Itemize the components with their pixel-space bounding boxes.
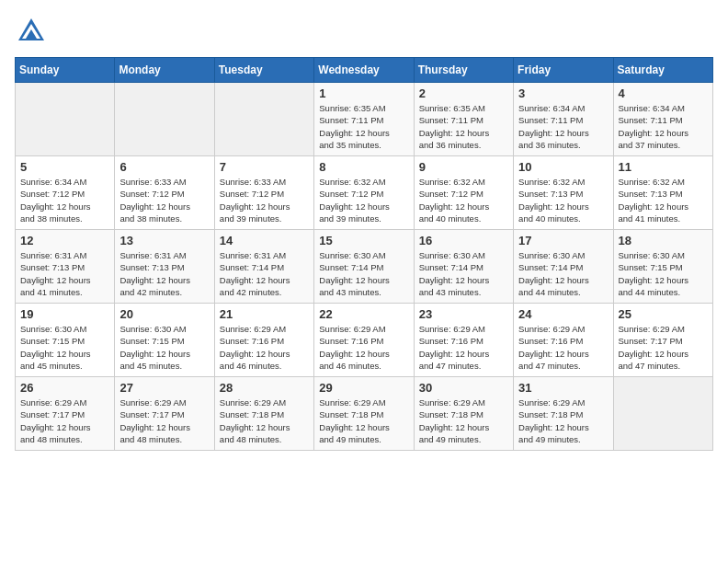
- week-row-4: 19Sunrise: 6:30 AM Sunset: 7:15 PM Dayli…: [16, 304, 713, 377]
- calendar-header-row: SundayMondayTuesdayWednesdayThursdayFrid…: [16, 58, 713, 83]
- day-info: Sunrise: 6:30 AM Sunset: 7:15 PM Dayligh…: [119, 323, 209, 372]
- calendar-cell: 14Sunrise: 6:31 AM Sunset: 7:14 PM Dayli…: [214, 230, 313, 304]
- calendar-cell: 23Sunrise: 6:29 AM Sunset: 7:16 PM Dayli…: [414, 304, 513, 377]
- calendar-cell: [613, 377, 712, 451]
- logo-icon: [15, 15, 48, 48]
- day-number: 20: [119, 307, 209, 321]
- day-info: Sunrise: 6:30 AM Sunset: 7:15 PM Dayligh…: [20, 323, 109, 372]
- calendar-cell: 5Sunrise: 6:34 AM Sunset: 7:12 PM Daylig…: [16, 156, 115, 230]
- day-info: Sunrise: 6:29 AM Sunset: 7:16 PM Dayligh…: [220, 323, 309, 372]
- calendar-cell: 4Sunrise: 6:34 AM Sunset: 7:11 PM Daylig…: [613, 83, 712, 156]
- day-number: 3: [518, 86, 608, 100]
- day-number: 10: [518, 160, 608, 174]
- column-header-wednesday: Wednesday: [314, 58, 414, 83]
- calendar-cell: 26Sunrise: 6:29 AM Sunset: 7:17 PM Dayli…: [16, 377, 115, 451]
- calendar-cell: 21Sunrise: 6:29 AM Sunset: 7:16 PM Dayli…: [214, 304, 313, 377]
- day-number: 19: [20, 307, 109, 321]
- day-info: Sunrise: 6:29 AM Sunset: 7:16 PM Dayligh…: [319, 323, 408, 372]
- week-row-2: 5Sunrise: 6:34 AM Sunset: 7:12 PM Daylig…: [16, 156, 713, 230]
- calendar-cell: 24Sunrise: 6:29 AM Sunset: 7:16 PM Dayli…: [514, 304, 613, 377]
- day-info: Sunrise: 6:32 AM Sunset: 7:13 PM Dayligh…: [619, 176, 708, 224]
- column-header-saturday: Saturday: [613, 58, 712, 83]
- day-number: 23: [419, 307, 508, 321]
- day-number: 12: [20, 234, 109, 247]
- day-number: 5: [20, 160, 109, 174]
- calendar-cell: 16Sunrise: 6:30 AM Sunset: 7:14 PM Dayli…: [414, 230, 513, 304]
- day-number: 25: [619, 307, 708, 321]
- day-info: Sunrise: 6:29 AM Sunset: 7:17 PM Dayligh…: [619, 323, 708, 372]
- day-info: Sunrise: 6:35 AM Sunset: 7:11 PM Dayligh…: [419, 102, 508, 151]
- day-number: 22: [319, 307, 408, 321]
- calendar-cell: [214, 83, 313, 156]
- calendar-table: SundayMondayTuesdayWednesdayThursdayFrid…: [15, 57, 713, 451]
- day-info: Sunrise: 6:29 AM Sunset: 7:17 PM Dayligh…: [20, 396, 109, 445]
- calendar-cell: 7Sunrise: 6:33 AM Sunset: 7:12 PM Daylig…: [214, 156, 313, 230]
- day-info: Sunrise: 6:29 AM Sunset: 7:17 PM Dayligh…: [119, 396, 209, 445]
- day-number: 6: [119, 160, 209, 174]
- column-header-sunday: Sunday: [16, 58, 115, 83]
- page-header: [15, 15, 713, 48]
- day-info: Sunrise: 6:29 AM Sunset: 7:18 PM Dayligh…: [220, 396, 309, 445]
- day-number: 15: [319, 234, 408, 247]
- day-number: 29: [319, 381, 408, 395]
- day-info: Sunrise: 6:33 AM Sunset: 7:12 PM Dayligh…: [220, 176, 309, 224]
- day-info: Sunrise: 6:29 AM Sunset: 7:18 PM Dayligh…: [319, 396, 408, 445]
- calendar-cell: 6Sunrise: 6:33 AM Sunset: 7:12 PM Daylig…: [115, 156, 214, 230]
- day-info: Sunrise: 6:33 AM Sunset: 7:12 PM Dayligh…: [119, 176, 209, 224]
- day-info: Sunrise: 6:30 AM Sunset: 7:14 PM Dayligh…: [518, 249, 608, 298]
- day-info: Sunrise: 6:29 AM Sunset: 7:18 PM Dayligh…: [518, 396, 608, 445]
- day-number: 17: [518, 234, 608, 247]
- column-header-tuesday: Tuesday: [214, 58, 313, 83]
- day-info: Sunrise: 6:29 AM Sunset: 7:18 PM Dayligh…: [419, 396, 508, 445]
- day-info: Sunrise: 6:29 AM Sunset: 7:16 PM Dayligh…: [419, 323, 508, 372]
- day-number: 14: [220, 234, 309, 247]
- week-row-3: 12Sunrise: 6:31 AM Sunset: 7:13 PM Dayli…: [16, 230, 713, 304]
- day-info: Sunrise: 6:32 AM Sunset: 7:13 PM Dayligh…: [518, 176, 608, 224]
- calendar-cell: 28Sunrise: 6:29 AM Sunset: 7:18 PM Dayli…: [214, 377, 313, 451]
- day-info: Sunrise: 6:35 AM Sunset: 7:11 PM Dayligh…: [319, 102, 408, 151]
- calendar-cell: 29Sunrise: 6:29 AM Sunset: 7:18 PM Dayli…: [314, 377, 414, 451]
- day-number: 8: [319, 160, 408, 174]
- day-info: Sunrise: 6:34 AM Sunset: 7:11 PM Dayligh…: [518, 102, 608, 151]
- day-number: 2: [419, 86, 508, 100]
- day-info: Sunrise: 6:34 AM Sunset: 7:11 PM Dayligh…: [619, 102, 708, 151]
- column-header-thursday: Thursday: [414, 58, 513, 83]
- day-number: 26: [20, 381, 109, 395]
- calendar-cell: 31Sunrise: 6:29 AM Sunset: 7:18 PM Dayli…: [514, 377, 613, 451]
- calendar-cell: 1Sunrise: 6:35 AM Sunset: 7:11 PM Daylig…: [314, 83, 414, 156]
- calendar-cell: [16, 83, 115, 156]
- column-header-monday: Monday: [115, 58, 214, 83]
- day-number: 21: [220, 307, 309, 321]
- calendar-cell: 8Sunrise: 6:32 AM Sunset: 7:12 PM Daylig…: [314, 156, 414, 230]
- calendar-cell: 3Sunrise: 6:34 AM Sunset: 7:11 PM Daylig…: [514, 83, 613, 156]
- calendar-cell: 20Sunrise: 6:30 AM Sunset: 7:15 PM Dayli…: [115, 304, 214, 377]
- day-number: 28: [220, 381, 309, 395]
- day-number: 4: [619, 86, 708, 100]
- week-row-1: 1Sunrise: 6:35 AM Sunset: 7:11 PM Daylig…: [16, 83, 713, 156]
- day-info: Sunrise: 6:30 AM Sunset: 7:14 PM Dayligh…: [319, 249, 408, 298]
- calendar-cell: 10Sunrise: 6:32 AM Sunset: 7:13 PM Dayli…: [514, 156, 613, 230]
- calendar-cell: 15Sunrise: 6:30 AM Sunset: 7:14 PM Dayli…: [314, 230, 414, 304]
- day-info: Sunrise: 6:32 AM Sunset: 7:12 PM Dayligh…: [419, 176, 508, 224]
- logo: [15, 15, 51, 48]
- column-header-friday: Friday: [514, 58, 613, 83]
- day-number: 31: [518, 381, 608, 395]
- day-info: Sunrise: 6:31 AM Sunset: 7:13 PM Dayligh…: [20, 249, 109, 298]
- calendar-cell: 30Sunrise: 6:29 AM Sunset: 7:18 PM Dayli…: [414, 377, 513, 451]
- day-info: Sunrise: 6:29 AM Sunset: 7:16 PM Dayligh…: [518, 323, 608, 372]
- day-number: 18: [619, 234, 708, 247]
- calendar-cell: 25Sunrise: 6:29 AM Sunset: 7:17 PM Dayli…: [613, 304, 712, 377]
- day-number: 13: [119, 234, 209, 247]
- calendar-cell: 22Sunrise: 6:29 AM Sunset: 7:16 PM Dayli…: [314, 304, 414, 377]
- day-info: Sunrise: 6:30 AM Sunset: 7:14 PM Dayligh…: [419, 249, 508, 298]
- calendar-cell: 11Sunrise: 6:32 AM Sunset: 7:13 PM Dayli…: [613, 156, 712, 230]
- day-number: 11: [619, 160, 708, 174]
- calendar-cell: [115, 83, 214, 156]
- calendar-cell: 12Sunrise: 6:31 AM Sunset: 7:13 PM Dayli…: [16, 230, 115, 304]
- calendar-cell: 9Sunrise: 6:32 AM Sunset: 7:12 PM Daylig…: [414, 156, 513, 230]
- day-info: Sunrise: 6:31 AM Sunset: 7:13 PM Dayligh…: [119, 249, 209, 298]
- day-number: 30: [419, 381, 508, 395]
- calendar-cell: 2Sunrise: 6:35 AM Sunset: 7:11 PM Daylig…: [414, 83, 513, 156]
- day-number: 27: [119, 381, 209, 395]
- day-number: 7: [220, 160, 309, 174]
